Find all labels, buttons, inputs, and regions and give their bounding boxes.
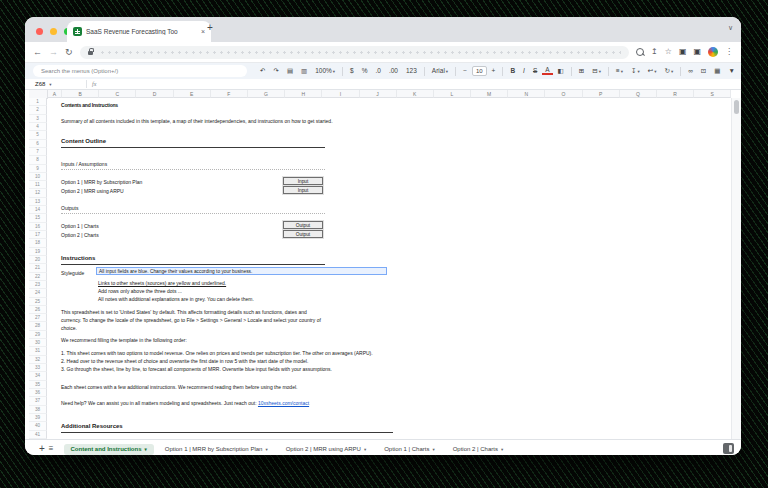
print-icon[interactable]: ▤ bbox=[284, 68, 296, 75]
fill-color-icon[interactable]: ◧ bbox=[555, 68, 567, 75]
column-header-C[interactable]: C bbox=[99, 90, 136, 98]
all-sheets-icon[interactable]: ≡ bbox=[49, 445, 54, 453]
merge-cells-icon[interactable]: ⊟▾ bbox=[589, 68, 604, 75]
insert-chart-icon[interactable]: ▦ bbox=[711, 68, 723, 75]
menu-search-input[interactable]: Search the menus (Option+/) bbox=[33, 65, 247, 77]
column-header-A[interactable]: A bbox=[48, 90, 62, 98]
zoom-select[interactable]: 100%▾ bbox=[312, 68, 338, 75]
sheet-tab-option-1-mrr-by-subscription-plan[interactable]: Option 1 | MRR by Subscription Plan▾ bbox=[158, 444, 275, 455]
search-icon[interactable] bbox=[636, 48, 644, 56]
name-box-caret-icon[interactable]: ▾ bbox=[49, 82, 51, 87]
lock-icon[interactable] bbox=[88, 51, 93, 55]
paragraph-step1: 1. This sheet comes with two options to … bbox=[61, 350, 373, 356]
paint-format-icon[interactable]: ▥ bbox=[298, 68, 310, 75]
sheet-tab-bar: + ≡ Content and Instructions▾Option 1 | … bbox=[25, 439, 741, 455]
column-header-I[interactable]: I bbox=[322, 90, 359, 98]
column-header-F[interactable]: F bbox=[211, 90, 248, 98]
side-panel-toggle-button[interactable] bbox=[723, 443, 734, 454]
column-header-E[interactable]: E bbox=[174, 90, 211, 98]
name-box[interactable]: Z68 ▾ bbox=[25, 81, 81, 87]
column-header-H[interactable]: H bbox=[285, 90, 322, 98]
output-button-option1[interactable]: Output bbox=[283, 221, 323, 229]
column-header-Q[interactable]: Q bbox=[620, 90, 657, 98]
tab-search-chevron-icon[interactable]: ∨ bbox=[728, 24, 733, 32]
sheet-tab-option-2-mrr-using-arpu[interactable]: Option 2 | MRR using ARPU▾ bbox=[279, 444, 374, 455]
column-header-L[interactable]: L bbox=[434, 90, 471, 98]
sheet-canvas[interactable]: Contents and Instructions Summary of all… bbox=[25, 98, 732, 439]
font-size-decrease[interactable]: − bbox=[460, 68, 470, 75]
sheet-tab-menu-icon[interactable]: ▾ bbox=[145, 447, 147, 452]
sheet-tab-menu-icon[interactable]: ▾ bbox=[364, 447, 366, 452]
sheet-tab-option-1-charts[interactable]: Option 1 | Charts▾ bbox=[377, 444, 442, 455]
horizontal-align-icon[interactable]: ≡▾ bbox=[613, 68, 626, 75]
filter-icon[interactable]: ▼ bbox=[725, 68, 737, 75]
font-size-increase[interactable]: + bbox=[489, 68, 499, 75]
column-header-O[interactable]: O bbox=[545, 90, 582, 98]
browser-menu-icon[interactable]: ⋮ bbox=[725, 48, 733, 56]
sheet-tab-menu-icon[interactable]: ▾ bbox=[432, 447, 434, 452]
format-currency-icon[interactable]: $ bbox=[347, 68, 357, 75]
column-header-S[interactable]: S bbox=[694, 90, 731, 98]
undo-icon[interactable]: ↶ bbox=[257, 68, 268, 75]
text-rotation-icon[interactable]: ↻▾ bbox=[661, 68, 676, 75]
minimize-window-button[interactable] bbox=[50, 28, 57, 35]
output-button-option2[interactable]: Output bbox=[283, 230, 323, 238]
column-header-N[interactable]: N bbox=[508, 90, 545, 98]
column-header-B[interactable]: B bbox=[62, 90, 99, 98]
new-tab-button[interactable]: + bbox=[207, 23, 213, 33]
sheet-tab-menu-icon[interactable]: ▾ bbox=[265, 447, 267, 452]
browser-tab-strip: SaaS Revenue Forecasting Too × + ∨ bbox=[25, 17, 741, 42]
side-panel-icon[interactable]: ▣ bbox=[693, 48, 701, 56]
column-header-D[interactable]: D bbox=[136, 90, 173, 98]
sheet-tab-content-and-instructions[interactable]: Content and Instructions▾ bbox=[64, 444, 154, 455]
vertical-align-icon[interactable]: ↧▾ bbox=[628, 68, 643, 75]
toolbar-separator bbox=[342, 67, 343, 76]
increase-decimal-icon[interactable]: .00 bbox=[386, 68, 401, 75]
strikethrough-icon[interactable]: S bbox=[530, 68, 540, 75]
decrease-decimal-icon[interactable]: .0 bbox=[373, 68, 384, 75]
vertical-scrollbar-thumb[interactable] bbox=[734, 100, 739, 114]
bold-icon[interactable]: B bbox=[507, 68, 518, 75]
column-header-P[interactable]: P bbox=[583, 90, 620, 98]
browser-tab[interactable]: SaaS Revenue Forecasting Too × bbox=[67, 21, 211, 42]
insert-link-icon[interactable]: ∞ bbox=[685, 68, 696, 75]
close-tab-icon[interactable]: × bbox=[201, 28, 205, 35]
text-color-icon[interactable]: A bbox=[542, 67, 552, 76]
format-percent-icon[interactable]: % bbox=[359, 68, 371, 75]
dropdown-caret-icon: ▾ bbox=[637, 69, 639, 74]
borders-icon[interactable]: ⊞ bbox=[576, 68, 587, 75]
url-field[interactable] bbox=[80, 46, 629, 59]
column-header-G[interactable]: G bbox=[248, 90, 285, 98]
insert-comment-icon[interactable]: ⊡ bbox=[698, 68, 709, 75]
input-button-option2[interactable]: Input bbox=[283, 186, 323, 194]
text-wrap-icon[interactable]: ↩▾ bbox=[645, 68, 660, 75]
column-header-J[interactable]: J bbox=[360, 90, 397, 98]
input-button-option1[interactable]: Input bbox=[283, 177, 323, 185]
font-size-value[interactable]: 10 bbox=[472, 66, 487, 76]
styleguide-grey-note: All notes with additional explanations a… bbox=[98, 296, 254, 302]
sheet-tab-option-2-charts[interactable]: Option 2 | Charts▾ bbox=[446, 444, 511, 455]
profile-avatar[interactable] bbox=[708, 47, 718, 57]
back-icon[interactable]: ← bbox=[33, 48, 42, 57]
column-header-R[interactable]: R bbox=[657, 90, 694, 98]
bookmark-star-icon[interactable]: ☆ bbox=[665, 48, 672, 56]
column-header-M[interactable]: M bbox=[471, 90, 508, 98]
vertical-scrollbar[interactable] bbox=[731, 98, 741, 439]
extensions-icon[interactable]: ▣ bbox=[679, 48, 687, 56]
close-window-button[interactable] bbox=[36, 28, 43, 35]
functions-icon[interactable]: Σ bbox=[740, 68, 741, 75]
contact-link[interactable]: 10xsheets.com/contact bbox=[258, 400, 309, 406]
add-sheet-button[interactable]: + bbox=[39, 444, 45, 454]
section-additional-resources: Additional Resources bbox=[61, 423, 393, 433]
more-formats-icon[interactable]: 123 bbox=[403, 68, 420, 75]
column-header-K[interactable]: K bbox=[397, 90, 434, 98]
font-select[interactable]: Arial▾ bbox=[429, 68, 451, 75]
reload-icon[interactable]: ↻ bbox=[65, 48, 73, 57]
italic-icon[interactable]: I bbox=[520, 68, 528, 75]
styleguide-yellow-link[interactable]: Links to other sheets (sources) are yell… bbox=[98, 280, 226, 286]
sheet-tab-menu-icon[interactable]: ▾ bbox=[501, 447, 503, 452]
dropdown-caret-icon: ▾ bbox=[446, 69, 448, 74]
redo-icon[interactable]: ↷ bbox=[270, 68, 281, 75]
forward-icon[interactable]: → bbox=[49, 48, 58, 57]
share-icon[interactable]: ↥ bbox=[651, 48, 658, 56]
